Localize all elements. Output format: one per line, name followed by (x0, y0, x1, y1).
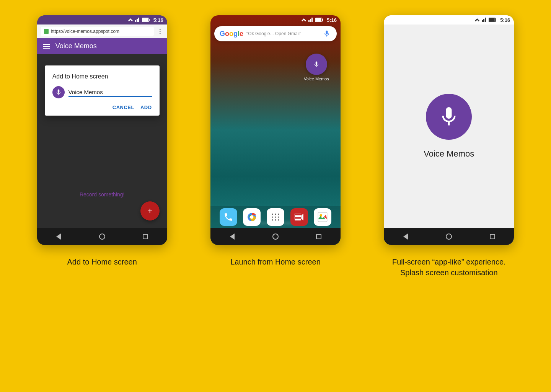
back-icon-2[interactable] (228, 233, 236, 240)
svg-point-23 (272, 219, 273, 220)
fab-plus-icon: + (147, 206, 152, 216)
google-mic-icon[interactable] (322, 29, 331, 38)
menu-dots[interactable]: ⋮ (157, 28, 163, 35)
chrome-svg (247, 212, 257, 222)
svg-marker-31 (475, 18, 479, 21)
recents-icon-2[interactable] (315, 233, 323, 240)
svg-rect-8 (308, 20, 310, 22)
svg-point-19 (278, 214, 279, 215)
phone1: 5:16 https://voice-memos.appspot.com ⋮ V… (37, 15, 167, 245)
back-icon[interactable] (55, 233, 62, 240)
add-button[interactable]: ADD (140, 105, 152, 110)
signal-icon-2 (301, 18, 307, 22)
splash-content: Voice Memos (384, 24, 514, 228)
splash-app-name: Voice Memos (424, 149, 474, 159)
svg-rect-12 (316, 18, 321, 21)
phone1-container: 5:16 https://voice-memos.appspot.com ⋮ V… (23, 15, 181, 245)
signal-bars-icon-3 (482, 18, 487, 22)
svg-point-22 (278, 216, 279, 217)
recents-icon-3[interactable] (489, 233, 496, 240)
google-mic-svg (323, 30, 331, 38)
phone3-container: 5:16 Voice Memos (370, 15, 528, 245)
svg-point-20 (272, 216, 273, 217)
dock-chrome-icon[interactable] (243, 208, 261, 226)
svg-point-17 (272, 214, 273, 215)
dialog-app-name-input[interactable] (68, 88, 152, 97)
url-bar[interactable]: https://voice-memos.appspot.com (41, 27, 154, 36)
phone2-container: 5:16 Google "Ok Google... Open Gmail" (196, 15, 354, 245)
fab-button[interactable]: + (140, 201, 160, 220)
add-to-homescreen-dialog: Add to Home screen CANCEL ADD (45, 65, 160, 116)
apps-svg (271, 212, 280, 222)
cancel-button[interactable]: CANCEL (112, 105, 134, 110)
svg-point-21 (275, 216, 276, 217)
svg-rect-10 (311, 18, 313, 22)
voice-memos-homescreen-icon[interactable]: Voice Memos (304, 54, 329, 81)
google-logo: Google (220, 30, 243, 38)
svg-rect-5 (142, 18, 148, 21)
svg-rect-28 (295, 217, 301, 219)
home-icon-3[interactable] (445, 233, 453, 240)
svg-rect-34 (485, 18, 486, 22)
status-icons-3: 5:16 (474, 17, 510, 23)
gallery-svg (318, 212, 328, 222)
app-mic-icon (313, 61, 320, 68)
signal-icon-3 (474, 18, 480, 22)
signal-icon (127, 18, 134, 22)
recents-icon[interactable] (142, 233, 149, 240)
app-bar-1: Voice Memos (37, 38, 167, 54)
status-icons-1: 5:16 (127, 17, 163, 23)
home-icon[interactable] (98, 233, 106, 240)
dialog-actions: CANCEL ADD (52, 105, 152, 110)
url-text: https://voice-memos.appspot.com (51, 29, 119, 34)
status-icons-2: 5:16 (301, 17, 337, 23)
splash-mic-svg (437, 105, 460, 128)
splash-mic-icon (426, 94, 472, 140)
phone-svg (223, 212, 233, 222)
nav-bar-2 (210, 228, 341, 245)
nav-bar-3 (384, 228, 514, 245)
back-icon-3[interactable] (402, 233, 409, 240)
phone3: 5:16 Voice Memos (384, 15, 514, 245)
dock-apps-icon[interactable] (267, 208, 284, 226)
status-bar-2: 5:16 (210, 15, 341, 24)
dock-video-icon[interactable] (290, 208, 308, 226)
time-display-3: 5:16 (500, 17, 510, 23)
lock-icon (44, 29, 49, 34)
svg-point-25 (278, 219, 279, 220)
svg-rect-27 (295, 214, 301, 215)
time-display-1: 5:16 (153, 17, 163, 23)
signal-bars-icon-2 (308, 18, 314, 22)
caption-2: Launch from Home screen (196, 256, 354, 267)
signal-bars-icon (135, 18, 140, 22)
dialog-mic-icon (52, 86, 65, 98)
svg-rect-3 (138, 18, 139, 22)
svg-rect-36 (489, 18, 494, 21)
app-icon-bg (306, 54, 327, 75)
nav-bar-1 (37, 228, 167, 245)
svg-point-24 (275, 219, 276, 220)
caption-3: Full-screen “app-like” experience. Splas… (370, 256, 528, 278)
battery-icon (142, 18, 150, 22)
battery-icon-3 (489, 18, 497, 22)
mic-svg-small (55, 89, 62, 96)
phone1-content: Add to Home screen CANCEL ADD (37, 54, 167, 228)
svg-rect-32 (482, 20, 483, 22)
dialog-title: Add to Home screen (52, 73, 152, 80)
home-icon-2[interactable] (272, 233, 279, 240)
captions-row: Add to Home screen Launch from Home scre… (23, 256, 528, 278)
hamburger-icon[interactable] (43, 44, 50, 49)
svg-point-16 (250, 216, 254, 219)
google-search-bar[interactable]: Google "Ok Google... Open Gmail" (214, 26, 337, 41)
dock-phone-icon[interactable] (220, 208, 237, 226)
homescreen-app-label: Voice Memos (304, 77, 329, 81)
dock-bar (210, 206, 341, 228)
dock-gallery-icon[interactable] (314, 208, 331, 226)
phones-row: 5:16 https://voice-memos.appspot.com ⋮ V… (23, 15, 528, 245)
battery-icon-2 (315, 18, 324, 22)
svg-rect-1 (135, 20, 136, 22)
record-text: Record something! (37, 191, 167, 198)
svg-rect-33 (483, 19, 484, 22)
google-search-hint: "Ok Google... Open Gmail" (246, 31, 319, 36)
svg-marker-7 (302, 18, 306, 21)
